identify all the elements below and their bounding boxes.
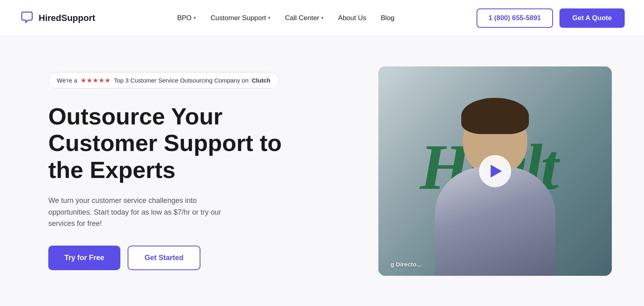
hero-video[interactable]: Healt g Directo... — [378, 66, 612, 276]
hero-title: Outsource Your Customer Support to the E… — [48, 103, 354, 184]
hero-title-line1: Outsource Your — [48, 103, 223, 129]
badge-stars: ★★★★★ — [80, 76, 111, 84]
badge-prefix: We're a — [57, 77, 77, 84]
nav-blog-label: Blog — [381, 14, 394, 22]
nav-customer-support-label: Customer Support — [211, 14, 266, 22]
play-button[interactable] — [479, 155, 511, 187]
nav-bpo[interactable]: BPO ▾ — [177, 14, 196, 22]
nav-menu: BPO ▾ Customer Support ▾ Call Center ▾ A… — [177, 14, 394, 22]
nav-call-center[interactable]: Call Center ▾ — [285, 14, 324, 22]
nav-about-us[interactable]: About Us — [338, 14, 366, 22]
play-icon — [491, 165, 502, 178]
nav-call-center-label: Call Center — [285, 14, 319, 22]
hero-title-line3: the Experts — [48, 157, 175, 183]
nav-customer-support[interactable]: Customer Support ▾ — [211, 14, 270, 22]
video-caption: g Directo... — [390, 261, 422, 268]
navbar: HiredSupport BPO ▾ Customer Support ▾ Ca… — [0, 0, 644, 36]
logo[interactable]: HiredSupport — [19, 10, 95, 27]
logo-icon — [19, 10, 35, 27]
hero-cta-group: Try for Free Get Started — [48, 246, 354, 270]
nav-bpo-label: BPO — [177, 14, 192, 22]
hero-content: We're a ★★★★★ Top 3 Customer Service Out… — [48, 72, 378, 270]
clutch-badge: We're a ★★★★★ Top 3 Customer Service Out… — [48, 72, 279, 89]
nav-blog[interactable]: Blog — [381, 14, 394, 22]
nav-actions: 1 (800) 655-5891 Get A Quote — [477, 8, 625, 28]
person-hair — [461, 98, 529, 134]
try-free-button[interactable]: Try for Free — [48, 246, 120, 270]
video-background: Healt g Directo... — [378, 66, 612, 276]
get-started-button[interactable]: Get Started — [128, 246, 200, 270]
phone-button[interactable]: 1 (800) 655-5891 — [477, 8, 553, 28]
nav-customer-support-chevron: ▾ — [268, 15, 270, 21]
hero-title-line2: Customer Support to — [48, 130, 282, 156]
nav-bpo-chevron: ▾ — [194, 15, 196, 21]
nav-about-us-label: About Us — [338, 14, 366, 22]
hero-subtitle: We turn your customer service challenges… — [48, 195, 242, 229]
badge-clutch: Clutch — [252, 77, 270, 84]
hero-section: We're a ★★★★★ Top 3 Customer Service Out… — [0, 36, 644, 306]
brand-name: HiredSupport — [39, 13, 95, 23]
nav-call-center-chevron: ▾ — [321, 15, 324, 21]
badge-suffix: Top 3 Customer Service Outsourcing Compa… — [114, 77, 248, 84]
get-quote-button[interactable]: Get A Quote — [559, 8, 625, 28]
